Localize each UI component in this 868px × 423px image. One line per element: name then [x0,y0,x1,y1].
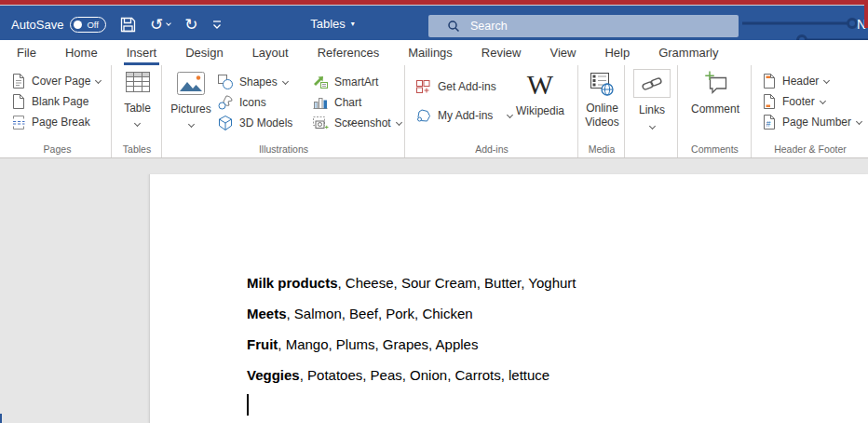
wikipedia-label: Wikipedia [516,104,564,118]
smartart-button[interactable]: SmartArt [312,72,403,92]
capture-border-right [864,0,868,28]
tab-references[interactable]: References [315,41,382,65]
links-button[interactable]: Links [633,69,671,129]
comment-icon [702,70,729,97]
screenshot-label: Screenshot [334,116,391,130]
doc-line-fruit-bold: Fruit [247,336,278,352]
window-edge-accent [0,414,2,423]
table-button[interactable]: Table [113,70,162,126]
icons-icon [217,94,234,111]
cover-page-dropdown-icon [95,76,102,83]
group-illustrations: Pictures Shapes Icons 3D Models [163,65,405,157]
chart-label: Chart [334,96,361,109]
tab-design[interactable]: Design [183,41,225,65]
my-addins-label: My Add-ins [438,109,493,122]
document-page[interactable]: Milk products, Cheese, Sour Cream, Butte… [149,174,868,423]
autosave-state: Off [87,20,99,30]
doc-line-milk-rest: , Cheese, Sour Cream, Butter, Yoghurt [338,275,576,291]
save-button[interactable] [120,17,136,33]
tab-help[interactable]: Help [602,41,632,65]
tab-home[interactable]: Home [62,41,101,65]
header-button[interactable]: Header [762,71,861,91]
undo-button[interactable]: ↺ [150,17,170,33]
title-bar: AutoSave Off ↺ ↻ Tables ▾ [0,5,868,40]
ribbon: Cover Page Blank Page Page Break Pages T… [0,65,868,158]
page-break-icon [11,114,26,130]
group-pages: Cover Page Blank Page Page Break Pages [4,65,112,157]
group-media: Online Videos Media [579,65,625,157]
text-cursor [247,394,249,416]
doc-line-meets[interactable]: Meets, Salmon, Beef, Pork, Chicken [247,306,473,321]
chart-icon [312,95,329,110]
screenshot-button[interactable]: Screenshot [312,113,403,133]
group-label-comments: Comments [679,143,751,155]
shapes-icon [217,74,234,90]
get-addins-button[interactable]: Get Add-ins [415,76,512,97]
chart-button[interactable]: Chart [312,92,403,113]
blank-page-button[interactable]: Blank Page [11,91,101,112]
links-icon-frame [633,69,671,98]
tab-layout[interactable]: Layout [250,41,292,65]
tab-view[interactable]: View [547,41,578,65]
links-dropdown-icon [648,123,655,130]
doc-line-veggies[interactable]: Veggies, Potatoes, Peas, Onion, Carrots,… [247,367,549,383]
search-box[interactable]: Search [428,15,739,37]
3d-models-label: 3D Models [239,116,292,130]
autosave-label: AutoSave [11,18,63,32]
doc-line-milk[interactable]: Milk products, Cheese, Sour Cream, Butte… [247,275,576,291]
footer-button[interactable]: Footer [762,91,861,112]
screenshot-icon [312,116,329,130]
my-addins-button[interactable]: My Add-ins [415,105,512,126]
footer-icon [762,93,777,110]
pictures-label: Pictures [170,102,210,116]
doc-line-veggies-bold: Veggies [247,367,300,383]
document-canvas[interactable]: Milk products, Cheese, Sour Cream, Butte… [0,158,868,423]
redo-icon: ↻ [184,17,197,33]
word-window: AutoSave Off ↺ ↻ Tables ▾ [0,0,868,423]
screenshot-dropdown-icon [396,118,402,125]
tab-review[interactable]: Review [479,41,524,65]
doc-line-meets-rest: , Salmon, Beef, Pork, Chicken [287,306,473,321]
document-title-menu[interactable]: Tables ▾ [291,17,374,31]
cover-page-label: Cover Page [32,75,90,88]
header-icon [762,73,777,89]
page-number-button[interactable]: # Page Number [762,112,861,132]
cover-page-button[interactable]: Cover Page [11,71,101,91]
smartart-icon [312,75,329,89]
group-links: Links [626,65,678,157]
tab-file[interactable]: File [14,41,39,65]
page-number-icon: # [762,114,777,130]
blank-page-label: Blank Page [32,95,88,108]
group-comments: Comment Comments [679,65,752,157]
autosave-switch[interactable]: Off [70,17,106,33]
3d-models-icon [217,115,234,131]
doc-line-fruit[interactable]: Fruit, Mango, Plums, Grapes, Apples [247,336,478,352]
my-addins-icon [415,108,432,123]
page-break-label: Page Break [32,116,90,129]
smartart-label: SmartArt [334,75,378,89]
title-caret-icon: ▾ [351,20,355,28]
wikipedia-button[interactable]: W Wikipedia [509,71,572,118]
doc-line-milk-bold: Milk products [247,275,338,291]
shapes-label: Shapes [239,75,278,89]
pictures-button[interactable]: Pictures [167,71,215,127]
search-icon [447,20,460,33]
undo-dropdown-icon[interactable] [166,20,171,26]
customize-toolbar-button[interactable] [211,19,223,30]
tab-insert[interactable]: Insert [124,41,160,65]
autosave-toggle[interactable]: AutoSave Off [11,17,106,33]
page-break-button[interactable]: Page Break [11,112,101,132]
tab-grammarly[interactable]: Grammarly [656,41,721,65]
undo-icon: ↺ [150,17,163,33]
get-addins-label: Get Add-ins [438,80,496,93]
comment-button[interactable]: Comment [692,70,739,116]
customize-toolbar-icon [211,19,223,30]
group-label-addins: Add-ins [406,143,577,155]
toggle-knob-icon [74,20,82,29]
links-icon [641,75,663,92]
pictures-icon [176,71,206,96]
tab-mailings[interactable]: Mailings [405,41,455,65]
redo-button[interactable]: ↻ [184,17,197,33]
online-videos-button[interactable]: Online Videos [580,70,624,130]
comment-label: Comment [691,102,739,116]
